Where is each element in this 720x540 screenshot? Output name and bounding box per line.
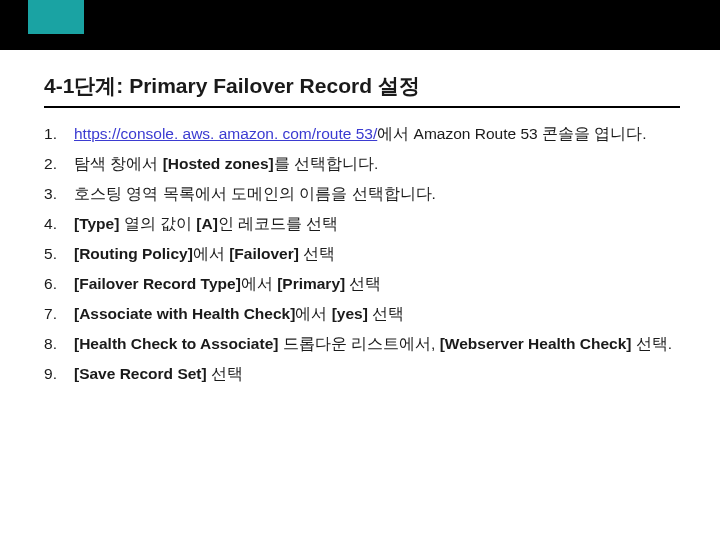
ui-ref: [Type] (74, 215, 119, 232)
ui-ref: [Routing Policy] (74, 245, 193, 262)
topbar (0, 0, 720, 50)
step-text: 를 선택합니다. (274, 155, 379, 172)
step-text: 에서 (193, 245, 229, 262)
step-text: 선택 (368, 305, 404, 322)
step-text: 선택. (631, 335, 672, 352)
ui-ref: [Hosted zones] (163, 155, 274, 172)
step-text: 인 레코드를 선택 (218, 215, 339, 232)
steps-list: https://console. aws. amazon. com/route … (44, 122, 680, 386)
ui-ref: [yes] (332, 305, 368, 322)
step-text: 에서 Amazon Route 53 콘솔을 엽니다. (377, 125, 646, 142)
step-text: 선택 (299, 245, 335, 262)
ui-ref: [A] (196, 215, 218, 232)
title-suffix: 설정 (378, 74, 420, 97)
list-item: https://console. aws. amazon. com/route … (44, 122, 680, 146)
step-text: 에서 (241, 275, 277, 292)
page-title: 4-1단계: Primary Failover Record 설정 (44, 72, 680, 108)
step-text: 탐색 창에서 (74, 155, 163, 172)
list-item: [Type] 열의 값이 [A]인 레코드를 선택 (44, 212, 680, 236)
title-prefix: 4-1단계 (44, 74, 116, 97)
step-text: 드롭다운 리스트에서, (278, 335, 439, 352)
list-item: [Routing Policy]에서 [Failover] 선택 (44, 242, 680, 266)
step-text: 호스팅 영역 목록에서 도메인의 이름을 선택합니다. (74, 185, 436, 202)
list-item: [Save Record Set] 선택 (44, 362, 680, 386)
title-colon: : (116, 74, 129, 97)
title-rest: Primary Failover Record (129, 74, 378, 97)
step-text: 선택 (207, 365, 243, 382)
slide-content: 4-1단계: Primary Failover Record 설정 https:… (0, 50, 720, 386)
console-link[interactable]: https://console. aws. amazon. com/route … (74, 125, 377, 142)
ui-ref: [Failover] (229, 245, 299, 262)
list-item: 탐색 창에서 [Hosted zones]를 선택합니다. (44, 152, 680, 176)
ui-ref: [Save Record Set] (74, 365, 207, 382)
ui-ref: [Webserver Health Check] (440, 335, 632, 352)
ui-ref: [Primary] (277, 275, 345, 292)
ui-ref: [Failover Record Type] (74, 275, 241, 292)
step-text: 열의 값이 (119, 215, 196, 232)
step-text: 선택 (345, 275, 381, 292)
list-item: [Associate with Health Check]에서 [yes] 선택 (44, 302, 680, 326)
ui-ref: [Associate with Health Check] (74, 305, 295, 322)
list-item: 호스팅 영역 목록에서 도메인의 이름을 선택합니다. (44, 182, 680, 206)
step-text: 에서 (295, 305, 331, 322)
list-item: [Failover Record Type]에서 [Primary] 선택 (44, 272, 680, 296)
list-item: [Health Check to Associate] 드롭다운 리스트에서, … (44, 332, 680, 356)
accent-notch (28, 0, 84, 34)
ui-ref: [Health Check to Associate] (74, 335, 278, 352)
